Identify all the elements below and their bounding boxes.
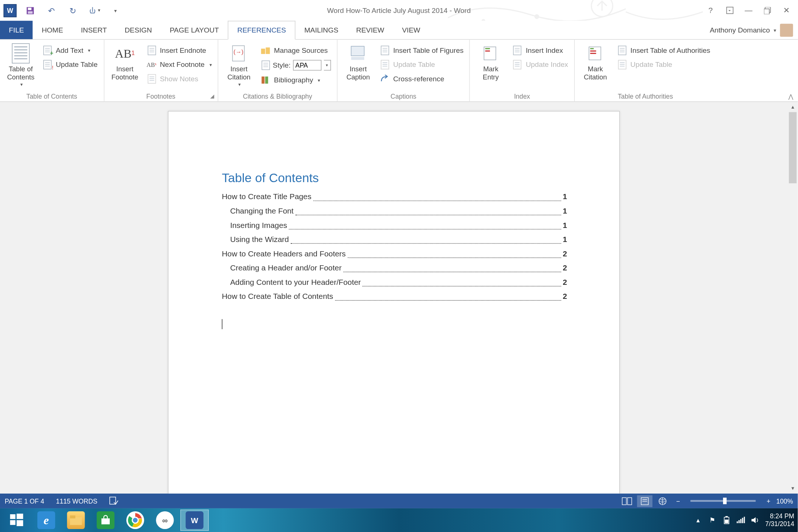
restore-button[interactable] bbox=[758, 4, 776, 17]
page-indicator[interactable]: PAGE 1 OF 4 bbox=[5, 497, 44, 504]
tray-overflow-icon[interactable]: ▴ bbox=[694, 516, 702, 524]
avatar bbox=[780, 24, 793, 37]
tab-review[interactable]: REVIEW bbox=[347, 21, 393, 39]
update-authorities-table-button[interactable]: Update Table bbox=[615, 58, 713, 71]
insert-table-of-authorities-button[interactable]: Insert Table of Authorities bbox=[615, 44, 713, 57]
ribbon: Table of Contents▾ +Add Text▾ !Update Ta… bbox=[0, 40, 798, 102]
web-layout-button[interactable] bbox=[655, 495, 670, 507]
citation-style-select[interactable]: Style: ▾ bbox=[259, 58, 333, 72]
svg-rect-46 bbox=[740, 519, 741, 523]
toc-entry: Creating a Header and/or Footer2 bbox=[222, 261, 567, 276]
scroll-thumb[interactable] bbox=[789, 112, 797, 183]
help-button[interactable]: ? bbox=[702, 4, 719, 17]
collapse-ribbon-button[interactable]: ⋀ bbox=[788, 93, 793, 100]
group-label-index: Index bbox=[474, 91, 570, 101]
insert-table-of-figures-button[interactable]: Insert Table of Figures bbox=[378, 44, 466, 57]
redo-button[interactable]: ↻ bbox=[65, 3, 81, 18]
tab-page-layout[interactable]: PAGE LAYOUT bbox=[161, 21, 228, 39]
tab-file[interactable]: FILE bbox=[0, 21, 33, 39]
ribbon-display-button[interactable] bbox=[721, 4, 739, 17]
mark-citation-button[interactable]: Mark Citation bbox=[578, 41, 613, 82]
toc-entry: Changing the Font1 bbox=[222, 204, 567, 218]
toc-entry: How to Create Table of Contents2 bbox=[222, 290, 567, 304]
scroll-down-button[interactable]: ▼ bbox=[788, 483, 798, 493]
mark-entry-button[interactable]: Mark Entry bbox=[474, 41, 508, 82]
document-area: Table of Contents How to Create Title Pa… bbox=[0, 102, 798, 494]
account-name: Anthony Domanico bbox=[710, 26, 770, 34]
svg-rect-21 bbox=[590, 48, 594, 49]
insert-endnote-button[interactable]: Insert Endnote bbox=[144, 44, 214, 57]
start-button[interactable] bbox=[2, 509, 31, 531]
tab-insert[interactable]: INSERT bbox=[72, 21, 116, 39]
table-of-contents-button[interactable]: Table of Contents▾ bbox=[4, 41, 38, 87]
taskbar-ie[interactable]: e bbox=[32, 509, 61, 531]
proofing-icon[interactable] bbox=[109, 496, 119, 506]
update-figures-table-button[interactable]: Update Table bbox=[378, 58, 466, 71]
show-notes-button[interactable]: Show Notes bbox=[144, 72, 214, 85]
touch-mode-button[interactable]: ▾ bbox=[86, 3, 102, 18]
svg-point-1 bbox=[535, 15, 539, 18]
manage-sources-button[interactable]: Manage Sources bbox=[259, 44, 333, 57]
tray-network-icon[interactable] bbox=[737, 516, 745, 524]
next-footnote-button[interactable]: AB¹Next Footnote▾ bbox=[144, 58, 214, 71]
svg-rect-4 bbox=[28, 7, 31, 10]
zoom-slider[interactable] bbox=[690, 500, 756, 502]
tab-mailings[interactable]: MAILINGS bbox=[296, 21, 347, 39]
print-layout-button[interactable] bbox=[637, 495, 652, 507]
minimize-button[interactable]: — bbox=[740, 4, 757, 17]
svg-rect-26 bbox=[628, 497, 632, 504]
zoom-level[interactable]: 100% bbox=[776, 497, 793, 504]
bibliography-button[interactable]: Bibliography▾ bbox=[259, 74, 333, 86]
svg-text:(→): (→) bbox=[233, 48, 243, 55]
add-text-button[interactable]: +Add Text▾ bbox=[40, 44, 100, 57]
tray-clock[interactable]: 8:24 PM 7/31/2014 bbox=[765, 512, 794, 528]
group-label-authorities: Table of Authorities bbox=[578, 91, 713, 101]
svg-rect-37 bbox=[102, 518, 110, 524]
tab-design[interactable]: DESIGN bbox=[116, 21, 161, 39]
taskbar-explorer[interactable] bbox=[62, 509, 90, 531]
svg-rect-19 bbox=[485, 50, 490, 51]
footnotes-launcher[interactable]: ◢ bbox=[209, 92, 216, 99]
tab-view[interactable]: VIEW bbox=[393, 21, 429, 39]
customize-qat-button[interactable]: ▾ bbox=[108, 3, 123, 18]
read-mode-button[interactable] bbox=[619, 495, 635, 507]
update-table-button[interactable]: !Update Table bbox=[40, 58, 100, 71]
zoom-out-button[interactable]: − bbox=[676, 497, 680, 504]
insert-caption-button[interactable]: Insert Caption bbox=[341, 41, 375, 82]
scroll-up-button[interactable]: ▲ bbox=[788, 102, 798, 112]
tray-flag-icon[interactable]: ⚑ bbox=[708, 516, 716, 524]
word-app-icon: W bbox=[4, 4, 17, 17]
svg-rect-47 bbox=[742, 518, 743, 523]
svg-rect-23 bbox=[590, 53, 596, 54]
word-count[interactable]: 1115 WORDS bbox=[56, 497, 98, 504]
group-label-captions: Captions bbox=[341, 91, 466, 101]
insert-index-button[interactable]: Insert Index bbox=[510, 44, 570, 57]
account-menu[interactable]: Anthony Domanico ▾ bbox=[710, 21, 793, 40]
status-bar: PAGE 1 OF 4 1115 WORDS − + 100% bbox=[0, 494, 798, 508]
save-button[interactable] bbox=[23, 3, 38, 18]
taskbar-chrome[interactable] bbox=[121, 509, 150, 531]
zoom-in-button[interactable]: + bbox=[767, 497, 770, 504]
tab-home[interactable]: HOME bbox=[33, 21, 72, 39]
taskbar-app[interactable]: ∞ bbox=[151, 509, 179, 531]
taskbar-store[interactable] bbox=[91, 509, 120, 531]
svg-rect-14 bbox=[265, 76, 268, 83]
svg-rect-8 bbox=[764, 8, 769, 14]
update-index-button[interactable]: Update Index bbox=[510, 58, 570, 71]
tab-references[interactable]: REFERENCES bbox=[228, 21, 296, 40]
insert-citation-button[interactable]: (→) Insert Citation▾ bbox=[222, 41, 256, 87]
style-input[interactable] bbox=[293, 60, 321, 71]
svg-rect-11 bbox=[261, 49, 265, 54]
insert-footnote-button[interactable]: AB1 Insert Footnote bbox=[108, 41, 142, 82]
ribbon-tabs: FILE HOME INSERT DESIGN PAGE LAYOUT REFE… bbox=[0, 21, 798, 40]
tray-battery-icon[interactable] bbox=[723, 516, 731, 524]
cross-reference-button[interactable]: Cross-reference bbox=[378, 72, 466, 85]
svg-rect-36 bbox=[70, 515, 75, 518]
taskbar-word[interactable]: W bbox=[180, 509, 209, 531]
undo-button[interactable]: ↶ bbox=[44, 3, 59, 18]
tray-volume-icon[interactable] bbox=[751, 516, 759, 524]
vertical-scrollbar[interactable]: ▲ ▼ bbox=[788, 102, 798, 494]
svg-rect-32 bbox=[17, 514, 23, 519]
close-button[interactable]: ✕ bbox=[778, 4, 795, 17]
document-page[interactable]: Table of Contents How to Create Title Pa… bbox=[168, 111, 620, 494]
